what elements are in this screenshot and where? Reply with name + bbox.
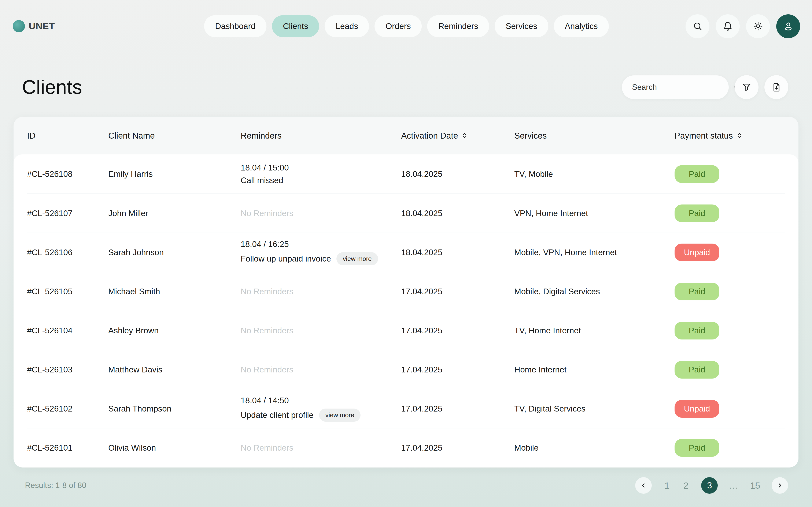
main-nav: DashboardClientsLeadsOrdersRemindersServ…: [204, 15, 609, 37]
nav-tab-clients[interactable]: Clients: [272, 15, 319, 37]
table-row[interactable]: #CL-526108 Emily Harris 18.04 / 15:00 Ca…: [27, 155, 785, 193]
download-button[interactable]: [764, 75, 788, 99]
reminders-cell: No Reminders: [241, 326, 401, 335]
services: TV, Mobile: [514, 169, 674, 179]
services: TV, Home Internet: [514, 326, 674, 335]
page-title: Clients: [22, 76, 82, 98]
column-header-client-name: Client Name: [108, 131, 241, 140]
client-name: Matthew Davis: [108, 365, 241, 374]
client-name: Emily Harris: [108, 169, 241, 179]
pagination-page-1[interactable]: 1: [663, 481, 671, 491]
pagination-next-button[interactable]: [772, 477, 788, 494]
download-report-icon: [771, 82, 781, 92]
pagination-prev-button[interactable]: [635, 477, 652, 494]
table-row[interactable]: #CL-526102 Sarah Thompson 18.04 / 14:50 …: [27, 389, 785, 428]
payment-status-badge: Paid: [674, 439, 719, 457]
pagination-page-15[interactable]: 15: [750, 481, 760, 491]
table-row[interactable]: #CL-526103 Matthew Davis No Reminders 17…: [27, 350, 785, 389]
profile-avatar-button[interactable]: [776, 14, 800, 38]
payment-status-badge: Paid: [674, 283, 719, 300]
nav-tab-leads[interactable]: Leads: [324, 15, 369, 37]
chevron-right-icon: [776, 482, 783, 489]
column-header-activation-date[interactable]: Activation Date: [401, 131, 514, 140]
reminders-cell: No Reminders: [241, 209, 401, 218]
table-row[interactable]: #CL-526104 Ashley Brown No Reminders 17.…: [27, 311, 785, 350]
client-id: #CL-526108: [27, 169, 108, 179]
table-row[interactable]: #CL-526101 Olivia Wilson No Reminders 17…: [27, 428, 785, 467]
services: Home Internet: [514, 365, 674, 374]
services: Mobile, VPN, Home Internet: [514, 248, 674, 257]
filter-button[interactable]: [734, 75, 759, 99]
nav-tab-orders[interactable]: Orders: [374, 15, 422, 37]
activation-date: 17.04.2025: [401, 443, 514, 452]
activation-date: 17.04.2025: [401, 287, 514, 296]
table-row[interactable]: #CL-526105 Michael Smith No Reminders 17…: [27, 272, 785, 311]
view-more-button[interactable]: view more: [337, 252, 378, 265]
sort-icon: [461, 132, 468, 139]
reminder-text: Follow up unpaid invoice: [241, 254, 331, 264]
client-id: #CL-526101: [27, 443, 108, 452]
pagination-page-2[interactable]: 2: [682, 481, 690, 491]
nav-tab-reminders[interactable]: Reminders: [427, 15, 489, 37]
brand-logo: UNET: [13, 20, 55, 32]
chevron-left-icon: [640, 482, 647, 489]
brand-logo-icon: [13, 20, 25, 32]
column-label: Activation Date: [401, 131, 458, 140]
table-body: #CL-526108 Emily Harris 18.04 / 15:00 Ca…: [13, 155, 799, 467]
payment-status-badge: Unpaid: [674, 400, 719, 418]
nav-tab-dashboard[interactable]: Dashboard: [204, 15, 266, 37]
column-label: Reminders: [241, 131, 282, 140]
table-footer: Results: 1-8 of 80 123...15: [25, 477, 788, 494]
column-label: Client Name: [108, 131, 155, 140]
no-reminders-label: No Reminders: [241, 443, 293, 452]
brand-name: UNET: [29, 21, 55, 32]
reminder-text: Update client profile: [241, 410, 314, 420]
payment-status-cell: Paid: [674, 283, 785, 300]
column-label: Payment status: [674, 131, 733, 140]
services: Mobile, Digital Services: [514, 287, 674, 296]
client-name: Olivia Wilson: [108, 443, 241, 452]
payment-status-cell: Unpaid: [674, 400, 785, 418]
settings-button[interactable]: [746, 14, 770, 38]
notifications-button[interactable]: [716, 14, 740, 38]
client-id: #CL-526103: [27, 365, 108, 374]
column-label: ID: [27, 131, 36, 140]
activation-date: 17.04.2025: [401, 326, 514, 335]
user-avatar-icon: [783, 21, 794, 32]
reminder-text: Call missed: [241, 176, 283, 185]
client-name: Sarah Johnson: [108, 248, 241, 257]
search-input[interactable]: [631, 82, 733, 92]
payment-status-badge: Paid: [674, 205, 719, 222]
pagination-page-3-active[interactable]: 3: [701, 477, 718, 494]
column-header-payment-status[interactable]: Payment status: [674, 131, 785, 140]
table-row[interactable]: #CL-526106 Sarah Johnson 18.04 / 16:25 F…: [27, 233, 785, 272]
nav-tab-services[interactable]: Services: [495, 15, 548, 37]
client-id: #CL-526105: [27, 287, 108, 296]
services: TV, Digital Services: [514, 404, 674, 413]
reminders-cell: 18.04 / 14:50 Update client profile view…: [241, 396, 401, 421]
activation-date: 18.04.2025: [401, 169, 514, 179]
filter-funnel-icon: [742, 82, 752, 92]
reminders-cell: 18.04 / 15:00 Call missed: [241, 163, 401, 185]
activation-date: 17.04.2025: [401, 404, 514, 413]
payment-status-badge: Paid: [674, 361, 719, 379]
pagination-pages: 123...15: [663, 477, 760, 494]
reminder-time: 18.04 / 14:50: [241, 396, 401, 405]
table-row[interactable]: #CL-526107 John Miller No Reminders 18.0…: [27, 193, 785, 233]
payment-status-badge: Paid: [674, 165, 719, 183]
nav-tab-analytics[interactable]: Analytics: [554, 15, 609, 37]
activation-date: 18.04.2025: [401, 248, 514, 257]
client-name: John Miller: [108, 209, 241, 218]
client-name: Michael Smith: [108, 287, 241, 296]
column-label: Services: [514, 131, 547, 140]
no-reminders-label: No Reminders: [241, 326, 293, 335]
payment-status-cell: Unpaid: [674, 243, 785, 261]
payment-status-cell: Paid: [674, 361, 785, 379]
pagination-ellipsis: ...: [729, 481, 739, 491]
view-more-button[interactable]: view more: [319, 408, 361, 421]
client-name: Sarah Thompson: [108, 404, 241, 413]
search-button[interactable]: [686, 14, 709, 38]
client-id: #CL-526104: [27, 326, 108, 335]
payment-status-cell: Paid: [674, 165, 785, 183]
gear-icon: [753, 21, 763, 31]
